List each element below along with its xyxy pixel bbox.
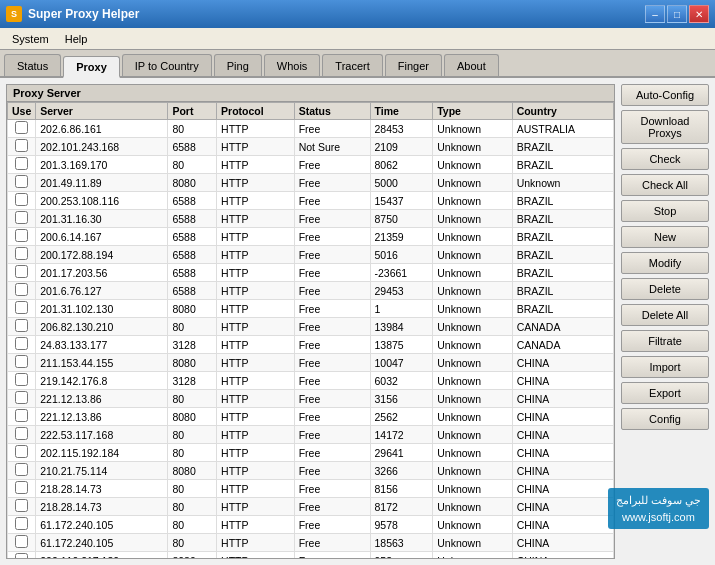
row-checkbox-cell[interactable] bbox=[8, 282, 36, 300]
row-checkbox-cell[interactable] bbox=[8, 372, 36, 390]
minimize-button[interactable]: – bbox=[645, 5, 665, 23]
row-checkbox[interactable] bbox=[15, 535, 28, 548]
row-checkbox-cell[interactable] bbox=[8, 408, 36, 426]
table-row[interactable]: 202.110.217.130 8080 HTTP Free 953 Unkno… bbox=[8, 552, 614, 559]
row-checkbox[interactable] bbox=[15, 175, 28, 188]
row-checkbox-cell[interactable] bbox=[8, 390, 36, 408]
row-checkbox-cell[interactable] bbox=[8, 354, 36, 372]
maximize-button[interactable]: □ bbox=[667, 5, 687, 23]
row-checkbox[interactable] bbox=[15, 463, 28, 476]
row-checkbox-cell[interactable] bbox=[8, 318, 36, 336]
row-checkbox[interactable] bbox=[15, 427, 28, 440]
row-checkbox-cell[interactable] bbox=[8, 300, 36, 318]
action-btn-config[interactable]: Config bbox=[621, 408, 709, 430]
row-checkbox-cell[interactable] bbox=[8, 264, 36, 282]
tab-whois[interactable]: Whois bbox=[264, 54, 321, 76]
table-row[interactable]: 200.253.108.116 6588 HTTP Free 15437 Unk… bbox=[8, 192, 614, 210]
row-checkbox[interactable] bbox=[15, 499, 28, 512]
row-checkbox[interactable] bbox=[15, 301, 28, 314]
row-checkbox[interactable] bbox=[15, 337, 28, 350]
action-btn-delete-all[interactable]: Delete All bbox=[621, 304, 709, 326]
row-checkbox-cell[interactable] bbox=[8, 426, 36, 444]
proxy-table-container[interactable]: Use Server Port Protocol Status Time Typ… bbox=[7, 102, 614, 558]
row-checkbox[interactable] bbox=[15, 247, 28, 260]
tab-status[interactable]: Status bbox=[4, 54, 61, 76]
table-row[interactable]: 201.17.203.56 6588 HTTP Free -23661 Unkn… bbox=[8, 264, 614, 282]
table-row[interactable]: 201.3.169.170 80 HTTP Free 8062 Unknown … bbox=[8, 156, 614, 174]
table-row[interactable]: 61.172.240.105 80 HTTP Free 18563 Unknow… bbox=[8, 534, 614, 552]
table-row[interactable]: 202.101.243.168 6588 HTTP Not Sure 2109 … bbox=[8, 138, 614, 156]
action-btn-stop[interactable]: Stop bbox=[621, 200, 709, 222]
row-checkbox-cell[interactable] bbox=[8, 498, 36, 516]
table-row[interactable]: 222.53.117.168 80 HTTP Free 14172 Unknow… bbox=[8, 426, 614, 444]
tab-ping[interactable]: Ping bbox=[214, 54, 262, 76]
tab-finger[interactable]: Finger bbox=[385, 54, 442, 76]
row-checkbox[interactable] bbox=[15, 481, 28, 494]
row-checkbox[interactable] bbox=[15, 319, 28, 332]
menu-help[interactable]: Help bbox=[57, 31, 96, 47]
row-checkbox[interactable] bbox=[15, 445, 28, 458]
row-checkbox-cell[interactable] bbox=[8, 120, 36, 138]
action-btn-export[interactable]: Export bbox=[621, 382, 709, 404]
row-checkbox-cell[interactable] bbox=[8, 174, 36, 192]
row-checkbox[interactable] bbox=[15, 265, 28, 278]
row-checkbox[interactable] bbox=[15, 121, 28, 134]
row-checkbox[interactable] bbox=[15, 409, 28, 422]
row-checkbox[interactable] bbox=[15, 391, 28, 404]
table-row[interactable]: 24.83.133.177 3128 HTTP Free 13875 Unkno… bbox=[8, 336, 614, 354]
table-row[interactable]: 201.6.76.127 6588 HTTP Free 29453 Unknow… bbox=[8, 282, 614, 300]
table-row[interactable]: 206.82.130.210 80 HTTP Free 13984 Unknow… bbox=[8, 318, 614, 336]
table-row[interactable]: 211.153.44.155 8080 HTTP Free 10047 Unkn… bbox=[8, 354, 614, 372]
row-checkbox[interactable] bbox=[15, 157, 28, 170]
action-btn-new[interactable]: New bbox=[621, 226, 709, 248]
action-btn-filtrate[interactable]: Filtrate bbox=[621, 330, 709, 352]
action-btn-import[interactable]: Import bbox=[621, 356, 709, 378]
row-checkbox-cell[interactable] bbox=[8, 210, 36, 228]
tab-ip-to-country[interactable]: IP to Country bbox=[122, 54, 212, 76]
table-row[interactable]: 201.31.16.30 6588 HTTP Free 8750 Unknown… bbox=[8, 210, 614, 228]
action-btn-modify[interactable]: Modify bbox=[621, 252, 709, 274]
tab-tracert[interactable]: Tracert bbox=[322, 54, 382, 76]
row-checkbox-cell[interactable] bbox=[8, 228, 36, 246]
row-checkbox-cell[interactable] bbox=[8, 462, 36, 480]
row-checkbox-cell[interactable] bbox=[8, 192, 36, 210]
row-checkbox[interactable] bbox=[15, 553, 28, 558]
action-btn-auto-config[interactable]: Auto-Config bbox=[621, 84, 709, 106]
action-btn-check-all[interactable]: Check All bbox=[621, 174, 709, 196]
row-checkbox-cell[interactable] bbox=[8, 534, 36, 552]
table-row[interactable]: 61.172.240.105 80 HTTP Free 9578 Unknown… bbox=[8, 516, 614, 534]
table-row[interactable]: 201.31.102.130 8080 HTTP Free 1 Unknown … bbox=[8, 300, 614, 318]
table-row[interactable]: 218.28.14.73 80 HTTP Free 8156 Unknown C… bbox=[8, 480, 614, 498]
row-checkbox-cell[interactable] bbox=[8, 552, 36, 559]
row-checkbox-cell[interactable] bbox=[8, 246, 36, 264]
table-row[interactable]: 200.6.14.167 6588 HTTP Free 21359 Unknow… bbox=[8, 228, 614, 246]
row-checkbox[interactable] bbox=[15, 355, 28, 368]
table-row[interactable]: 221.12.13.86 80 HTTP Free 3156 Unknown C… bbox=[8, 390, 614, 408]
row-checkbox-cell[interactable] bbox=[8, 336, 36, 354]
row-checkbox[interactable] bbox=[15, 211, 28, 224]
table-row[interactable]: 221.12.13.86 8080 HTTP Free 2562 Unknown… bbox=[8, 408, 614, 426]
menu-system[interactable]: System bbox=[4, 31, 57, 47]
table-row[interactable]: 210.21.75.114 8080 HTTP Free 3266 Unknow… bbox=[8, 462, 614, 480]
tab-proxy[interactable]: Proxy bbox=[63, 56, 120, 78]
table-row[interactable]: 219.142.176.8 3128 HTTP Free 6032 Unknow… bbox=[8, 372, 614, 390]
table-row[interactable]: 200.172.88.194 6588 HTTP Free 5016 Unkno… bbox=[8, 246, 614, 264]
table-row[interactable]: 202.115.192.184 80 HTTP Free 29641 Unkno… bbox=[8, 444, 614, 462]
row-checkbox-cell[interactable] bbox=[8, 444, 36, 462]
row-checkbox[interactable] bbox=[15, 373, 28, 386]
row-checkbox-cell[interactable] bbox=[8, 156, 36, 174]
row-checkbox[interactable] bbox=[15, 139, 28, 152]
row-checkbox-cell[interactable] bbox=[8, 516, 36, 534]
tab-about[interactable]: About bbox=[444, 54, 499, 76]
row-checkbox[interactable] bbox=[15, 229, 28, 242]
row-checkbox[interactable] bbox=[15, 193, 28, 206]
table-row[interactable]: 218.28.14.73 80 HTTP Free 8172 Unknown C… bbox=[8, 498, 614, 516]
action-btn-delete[interactable]: Delete bbox=[621, 278, 709, 300]
table-row[interactable]: 202.6.86.161 80 HTTP Free 28453 Unknown … bbox=[8, 120, 614, 138]
action-btn-download-proxys[interactable]: Download Proxys bbox=[621, 110, 709, 144]
row-checkbox[interactable] bbox=[15, 517, 28, 530]
table-row[interactable]: 201.49.11.89 8080 HTTP Free 5000 Unknown… bbox=[8, 174, 614, 192]
close-button[interactable]: ✕ bbox=[689, 5, 709, 23]
row-checkbox[interactable] bbox=[15, 283, 28, 296]
row-checkbox-cell[interactable] bbox=[8, 480, 36, 498]
